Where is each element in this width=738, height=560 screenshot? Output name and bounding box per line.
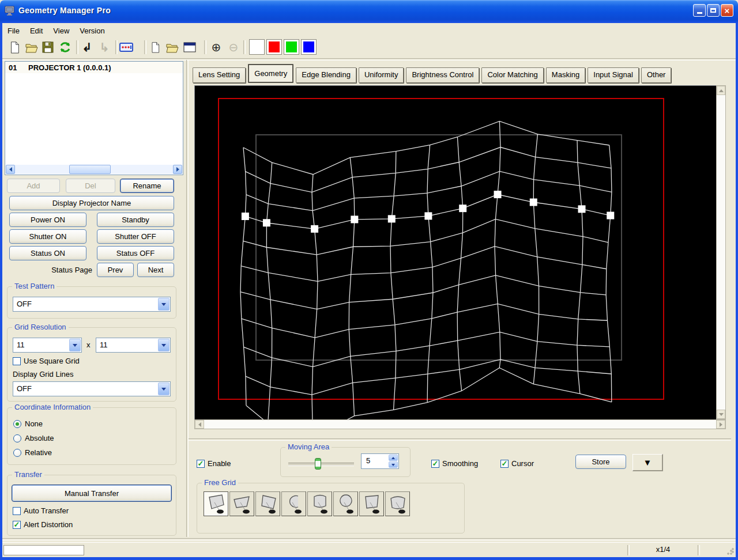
menu-version[interactable]: Version <box>74 25 110 36</box>
free-grid-mode-flat-screen-rear-button[interactable] <box>359 491 384 516</box>
use-square-grid-checkbox[interactable]: Use Square Grid <box>13 357 80 365</box>
scroll-down-button[interactable] <box>717 410 725 419</box>
refresh-icon[interactable] <box>58 40 73 55</box>
open-file-icon[interactable] <box>24 40 39 55</box>
free-grid-mode-flat-screen-angled-button[interactable] <box>255 491 280 516</box>
grid-rows-select[interactable]: 11 <box>96 338 171 353</box>
smoothing-checkbox[interactable]: ✓ Smoothing <box>431 459 478 468</box>
grid-control-handle[interactable] <box>459 205 466 212</box>
green-pattern-button[interactable] <box>284 39 299 55</box>
add-button[interactable]: Add <box>7 179 60 193</box>
test-pattern-select[interactable]: OFF <box>13 297 171 312</box>
coordinate-radio-relative[interactable]: Relative <box>13 448 54 457</box>
window-view-icon[interactable] <box>182 40 197 55</box>
scroll-left-button[interactable] <box>195 420 204 429</box>
zoom-in-icon[interactable]: ⊕ <box>209 40 224 55</box>
coordinate-radio-none[interactable]: None <box>13 419 54 428</box>
display-grid-lines-select[interactable]: OFF <box>13 381 171 396</box>
save-file-icon[interactable] <box>40 40 55 55</box>
grid-mesh[interactable] <box>195 86 717 419</box>
scroll-up-button[interactable] <box>717 86 725 95</box>
grid-control-handle[interactable] <box>424 212 432 220</box>
grid-control-handle[interactable] <box>530 199 537 206</box>
tab-other[interactable]: Other <box>641 67 672 83</box>
tab-geometry[interactable]: Geometry <box>248 64 293 83</box>
minimize-button[interactable] <box>693 4 706 17</box>
control-panel-icon[interactable] <box>119 40 134 55</box>
tab-uniformity[interactable]: Uniformity <box>359 67 404 83</box>
free-grid-mode-flat-screen-tilted-button[interactable] <box>229 491 254 516</box>
spin-up-button[interactable] <box>389 455 398 461</box>
return-arrow-icon[interactable]: ↲ <box>80 40 95 55</box>
power-on-button[interactable]: Power ON <box>9 213 86 227</box>
grid-control-handle[interactable] <box>263 219 270 226</box>
spin-down-button[interactable] <box>389 461 398 468</box>
forward-arrow-icon[interactable]: ↳ <box>97 40 112 55</box>
geometry-canvas[interactable] <box>194 85 717 419</box>
scroll-left-button[interactable] <box>6 165 15 174</box>
projector-list-hscrollbar[interactable] <box>6 165 182 174</box>
grid-columns-select[interactable]: 11 <box>13 338 82 353</box>
tab-input-signal[interactable]: Input Signal <box>588 67 639 83</box>
projector-list[interactable]: 01PROJECTOR 1 (0.0.0.1) <box>5 61 183 175</box>
grid-control-handle[interactable] <box>311 225 318 233</box>
canvas-vscrollbar[interactable] <box>716 85 726 419</box>
manual-transfer-button[interactable]: Manual Transfer <box>12 485 172 502</box>
scroll-right-button[interactable] <box>716 420 725 429</box>
blue-pattern-button[interactable] <box>301 39 317 55</box>
scroll-right-button[interactable] <box>173 165 182 174</box>
open-file-2-icon[interactable] <box>165 40 180 55</box>
free-grid-mode-curved-screen-button[interactable] <box>385 491 410 516</box>
tab-edge-blending[interactable]: Edge Blending <box>296 67 356 83</box>
moving-area-slider-thumb[interactable] <box>315 458 321 470</box>
rename-button[interactable]: Rename <box>120 179 174 193</box>
chevron-down-icon[interactable] <box>158 298 170 311</box>
free-grid-mode-flat-screen-button[interactable] <box>204 491 228 516</box>
title-bar[interactable]: Geometry Manager Pro × <box>0 0 738 23</box>
store-dropdown-button[interactable]: ▼ <box>632 454 663 471</box>
shutter-on-button[interactable]: Shutter ON <box>9 229 86 244</box>
grid-control-handle[interactable] <box>607 212 614 220</box>
status-on-button[interactable]: Status ON <box>9 246 86 260</box>
new-file-icon[interactable] <box>7 40 22 55</box>
menu-view[interactable]: View <box>48 25 74 36</box>
del-button[interactable]: Del <box>66 179 115 193</box>
menu-file[interactable]: File <box>2 25 25 36</box>
enable-checkbox[interactable]: ✓ Enable <box>197 459 231 468</box>
close-button[interactable]: × <box>721 4 733 17</box>
new-file-2-icon[interactable] <box>148 40 163 55</box>
menu-edit[interactable]: Edit <box>25 25 48 36</box>
grid-control-handle[interactable] <box>578 205 586 213</box>
standby-button[interactable]: Standby <box>97 213 174 227</box>
tab-masking[interactable]: Masking <box>546 67 585 83</box>
shutter-off-button[interactable]: Shutter OFF <box>97 229 174 244</box>
maximize-button[interactable] <box>707 4 720 17</box>
resize-grip[interactable] <box>726 547 735 555</box>
tab-color-matching[interactable]: Color Matching <box>481 67 543 83</box>
moving-area-spinner[interactable]: 5 <box>361 453 399 469</box>
grid-control-handle[interactable] <box>242 213 249 220</box>
canvas-hscrollbar[interactable] <box>194 419 726 429</box>
free-grid-mode-cylinder-vertical-button[interactable] <box>307 491 332 516</box>
red-pattern-button[interactable] <box>266 39 282 55</box>
chevron-down-icon[interactable] <box>158 383 170 395</box>
auto-transfer-checkbox[interactable]: Auto Transfer <box>13 506 69 515</box>
grid-control-handle[interactable] <box>351 215 358 223</box>
chevron-down-icon[interactable] <box>69 339 81 351</box>
free-grid-mode-cylinder-concave-button[interactable] <box>281 491 306 516</box>
display-projector-name-button[interactable]: Display Projector Name <box>9 196 174 210</box>
status-off-button[interactable]: Status OFF <box>97 246 174 260</box>
tab-brightness-control[interactable]: Brightness Control <box>406 67 479 83</box>
cursor-checkbox[interactable]: ✓ Cursor <box>500 459 534 468</box>
chevron-down-icon[interactable] <box>158 339 170 351</box>
alert-distortion-checkbox[interactable]: ✓ Alert Distortion <box>13 520 73 529</box>
scroll-thumb[interactable] <box>69 165 111 174</box>
white-pattern-button[interactable] <box>249 39 265 55</box>
projector-list-item[interactable]: 01PROJECTOR 1 (0.0.0.1) <box>5 62 183 73</box>
status-page-prev-button[interactable]: Prev <box>97 263 134 277</box>
status-page-next-button[interactable]: Next <box>137 263 174 277</box>
store-button[interactable]: Store <box>575 455 626 469</box>
coordinate-radio-absolute[interactable]: Absolute <box>13 434 54 442</box>
grid-control-handle[interactable] <box>388 215 396 222</box>
zoom-out-icon[interactable]: ⊖ <box>226 40 241 55</box>
